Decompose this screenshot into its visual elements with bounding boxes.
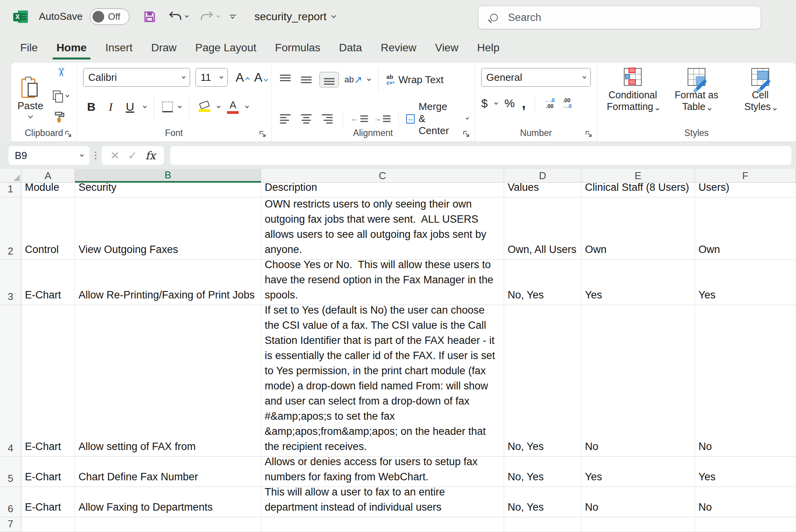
tab-formulas[interactable]: Formulas <box>266 33 330 62</box>
comma-style-button[interactable]: , <box>522 95 525 112</box>
alignment-dialog-launcher-icon[interactable] <box>463 131 470 138</box>
tab-draw[interactable]: Draw <box>142 33 186 62</box>
paste-dropdown-icon[interactable] <box>28 113 33 119</box>
font-name-select[interactable]: Calibri <box>83 68 190 87</box>
font-size-select[interactable]: 11 <box>196 68 228 87</box>
increase-decimal-button[interactable]: ←.0.00 <box>545 98 555 109</box>
tab-home[interactable]: Home <box>47 33 96 62</box>
row-header-3[interactable]: 3 <box>0 260 21 305</box>
customize-toolbar-button[interactable] <box>230 15 236 18</box>
tab-insert[interactable]: Insert <box>96 33 142 62</box>
cell-a3[interactable]: E-Chart <box>21 260 75 305</box>
cell-d6[interactable]: No, Yes <box>504 487 581 517</box>
cell-e1[interactable]: Clinical Staff (8 Users) <box>581 183 695 197</box>
cell-a7[interactable] <box>21 517 75 532</box>
autosave-toggle[interactable]: Off <box>90 9 129 25</box>
percent-button[interactable]: % <box>504 97 515 110</box>
cell-b5[interactable]: Chart Define Fax Number <box>75 457 261 487</box>
insert-function-icon[interactable]: fx <box>145 149 155 162</box>
cut-icon[interactable]: ✂ <box>55 68 66 84</box>
redo-button[interactable] <box>200 11 220 23</box>
cell-c7[interactable] <box>261 517 504 532</box>
orientation-button[interactable]: ab↗ <box>344 74 362 86</box>
italic-button[interactable]: I <box>105 99 117 114</box>
cancel-icon[interactable]: ✕ <box>110 149 119 162</box>
document-title[interactable]: security_report <box>255 10 335 23</box>
undo-button[interactable] <box>168 11 188 23</box>
excel-logo-icon[interactable]: X <box>13 9 28 24</box>
decrease-decimal-button[interactable]: .00→.0 <box>562 98 572 109</box>
align-center-button[interactable] <box>298 112 314 126</box>
cell-d5[interactable]: No, Yes <box>504 457 581 487</box>
tab-data[interactable]: Data <box>330 33 371 62</box>
save-button[interactable] <box>143 10 157 24</box>
cell-f1[interactable]: Physicians (1 Users) <box>695 183 796 197</box>
font-color-button[interactable]: A <box>225 100 240 114</box>
cell-c3[interactable]: Choose Yes or No. This will allow these … <box>261 260 504 305</box>
decrease-font-size-button[interactable]: A <box>252 70 265 85</box>
cell-e6[interactable]: No <box>581 487 695 517</box>
cell-b2[interactable]: View Outgoing Faxes <box>75 197 261 260</box>
align-left-button[interactable] <box>278 112 293 126</box>
cell-c2[interactable]: OWN restricts users to only seeing their… <box>261 197 504 260</box>
row-header-4[interactable]: 4 <box>0 305 21 457</box>
cell-f6[interactable]: No <box>695 487 796 517</box>
select-all-button[interactable] <box>0 169 21 183</box>
cell-e3[interactable]: Yes <box>581 260 695 305</box>
cell-c1[interactable]: Description <box>261 183 504 197</box>
cell-d7[interactable] <box>504 517 581 532</box>
tab-view[interactable]: View <box>426 33 468 62</box>
tab-page-layout[interactable]: Page Layout <box>186 33 265 62</box>
name-box[interactable]: B9 <box>9 146 89 165</box>
column-header-b[interactable]: B <box>75 169 261 183</box>
cell-e4[interactable]: No <box>581 305 695 457</box>
cell-d2[interactable]: Own, All Users <box>504 197 581 260</box>
document-title-dropdown-icon[interactable] <box>331 13 336 18</box>
orientation-dropdown-icon[interactable] <box>367 77 371 81</box>
search-input[interactable]: Search <box>478 6 761 29</box>
row-header-2[interactable]: 2 <box>0 197 21 260</box>
cell-f5[interactable]: Yes <box>695 457 796 487</box>
format-painter-button[interactable] <box>53 111 69 125</box>
enter-icon[interactable]: ✓ <box>128 149 137 162</box>
copy-dropdown-icon[interactable] <box>65 93 69 97</box>
align-top-button[interactable] <box>278 72 293 87</box>
row-header-1[interactable]: 1 <box>0 183 21 197</box>
decrease-indent-button[interactable]: ← <box>351 114 368 123</box>
cell-b4[interactable]: Allow setting of FAX from <box>75 305 261 457</box>
formula-input[interactable] <box>170 146 791 165</box>
formula-bar-handle-icon[interactable] <box>95 152 96 159</box>
cell-e5[interactable]: Yes <box>581 457 695 487</box>
wrap-text-button[interactable]: abc↩ Wrap Text <box>386 74 443 86</box>
cell-a2[interactable]: Control <box>21 197 75 260</box>
bold-button[interactable]: B <box>83 99 100 114</box>
number-format-select[interactable]: General <box>481 68 591 87</box>
font-dialog-launcher-icon[interactable] <box>259 131 266 138</box>
paste-button[interactable]: Paste <box>17 77 44 118</box>
copy-icon[interactable] <box>53 91 62 101</box>
align-bottom-button[interactable] <box>319 72 339 87</box>
row-header-5[interactable]: 5 <box>0 457 21 487</box>
cell-f2[interactable]: Own <box>695 197 796 260</box>
currency-dropdown-icon[interactable] <box>494 101 498 105</box>
row-header-6[interactable]: 6 <box>0 487 21 517</box>
column-header-e[interactable]: E <box>581 169 695 183</box>
cell-f7[interactable] <box>695 517 796 532</box>
underline-dropdown-icon[interactable] <box>143 104 147 108</box>
cell-d3[interactable]: No, Yes <box>504 260 581 305</box>
cell-f4[interactable]: No <box>695 305 796 457</box>
currency-button[interactable]: $ <box>481 97 488 110</box>
cell-d1[interactable]: Values <box>504 183 581 197</box>
tab-help[interactable]: Help <box>468 33 509 62</box>
tab-file[interactable]: File <box>11 33 47 62</box>
tab-review[interactable]: Review <box>371 33 426 62</box>
increase-indent-button[interactable]: → <box>374 114 391 123</box>
row-header-7[interactable]: 7 <box>0 517 21 532</box>
column-header-a[interactable]: A <box>21 169 75 183</box>
increase-font-size-button[interactable]: A <box>233 70 246 85</box>
conditional-formatting-button[interactable]: Conditional Formatting <box>604 68 662 112</box>
cell-a5[interactable]: E-Chart <box>21 457 75 487</box>
cell-b3[interactable]: Allow Re-Printing/Faxing of Print Jobs <box>75 260 261 305</box>
cell-b7[interactable] <box>75 517 261 532</box>
cell-a4[interactable]: E-Chart <box>21 305 75 457</box>
